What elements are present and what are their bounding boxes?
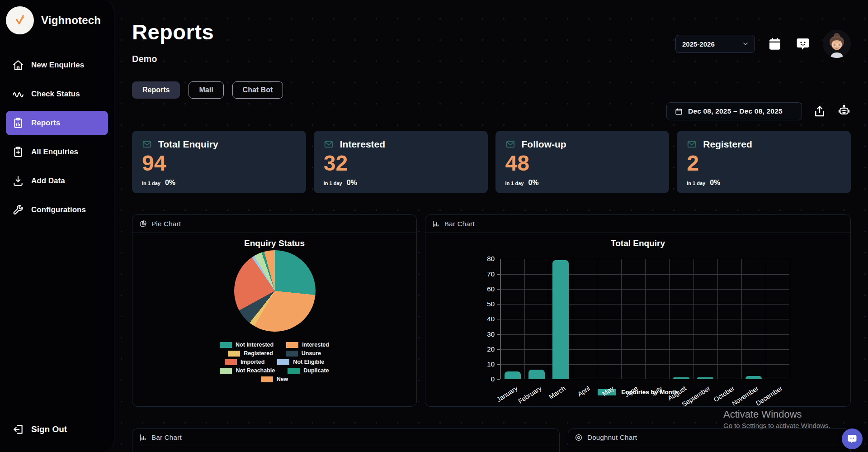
- doughnut-chart-card: Doughnut Chart Reference: [568, 428, 851, 452]
- stat-value: 2: [687, 152, 841, 174]
- tab-chat-bot[interactable]: Chat Bot: [232, 81, 283, 99]
- stat-change: 0%: [528, 179, 538, 187]
- y-axis-tick-label: 80: [478, 255, 495, 262]
- gridline: [741, 259, 742, 379]
- envelope-icon: [505, 139, 515, 149]
- pie-chart-icon: [139, 220, 147, 228]
- sign-out-button[interactable]: Sign Out: [0, 419, 114, 439]
- stat-change: 0%: [165, 179, 175, 187]
- stat-card-interested: Interested32In 1 day0%: [314, 131, 488, 193]
- stat-value: 48: [505, 152, 660, 174]
- sign-out-label: Sign Out: [31, 424, 67, 434]
- pie-legend-item-not-interested[interactable]: Not Interested: [220, 342, 274, 348]
- chat-button[interactable]: [795, 36, 811, 52]
- y-axis-tick-label: 40: [478, 315, 495, 323]
- pie-legend-item-imported[interactable]: Imported: [225, 359, 264, 365]
- chat-bubble-icon: [847, 433, 858, 444]
- pie-legend-item-not-reachable[interactable]: Not Reachable: [220, 367, 275, 374]
- y-axis-tick: [497, 304, 500, 305]
- gridline: [573, 259, 573, 379]
- sidebar-item-configurations[interactable]: Configurations: [6, 198, 108, 222]
- legend-label: New: [277, 376, 288, 382]
- sidebar-item-add-data[interactable]: Add Data: [6, 169, 108, 193]
- doughnut-chart-icon: [575, 433, 583, 442]
- clipboard-chart-icon: [12, 117, 24, 129]
- bar-chart-icon: [432, 220, 440, 228]
- legend-label: Not Interested: [236, 342, 274, 348]
- bar-chart-area: Enquiries by Month 01020304050607080Janu…: [425, 233, 850, 407]
- bar-card-kind: Bar Chart: [444, 220, 475, 228]
- share-upload-icon: [813, 105, 826, 118]
- pie-legend: Not InterestedInterestedRegisteredUnsure…: [132, 342, 416, 382]
- envelope-icon: [687, 139, 697, 149]
- header-row: Reports Demo 2025-2026: [132, 21, 851, 64]
- stat-title: Interested: [340, 139, 385, 150]
- bar-august: [673, 377, 689, 379]
- legend-swatch: [288, 368, 300, 374]
- legend-swatch: [220, 368, 232, 374]
- gridline: [693, 259, 694, 379]
- date-range-picker[interactable]: Dec 08, 2025 – Dec 08, 2025: [666, 102, 802, 120]
- sidebar-item-new-enquiries[interactable]: New Enquiries: [6, 53, 108, 77]
- page-title: Reports: [132, 21, 214, 43]
- wrench-icon: [12, 204, 24, 216]
- reports-dashboard: { "app": { "brand": "Vighnotech" }, "sid…: [0, 0, 868, 452]
- envelope-icon: [324, 139, 334, 149]
- y-axis-tick: [497, 349, 500, 350]
- pie-legend-item-not-eligible[interactable]: Not Eligible: [277, 359, 324, 365]
- pie-legend-item-registered[interactable]: Registered: [228, 350, 273, 357]
- tab-mail[interactable]: Mail: [189, 81, 223, 99]
- legend-swatch: [225, 359, 237, 365]
- y-axis-tick: [497, 319, 500, 319]
- gridline: [766, 259, 766, 379]
- pie-legend-item-unsure[interactable]: Unsure: [286, 350, 321, 357]
- sidebar: Vighnotech New EnquiriesCheck StatusRepo…: [0, 0, 114, 452]
- toolbar: Dec 08, 2025 – Dec 08, 2025: [132, 102, 851, 121]
- chat-smiley-icon: [796, 37, 810, 51]
- pie-legend-item-interested[interactable]: Interested: [286, 342, 329, 348]
- pie-chart-area: Not InterestedInterestedRegisteredUnsure…: [132, 233, 416, 407]
- y-axis-tick: [497, 334, 500, 335]
- gridline: [717, 259, 718, 379]
- stat-value: 94: [142, 152, 296, 174]
- stat-card-follow-up: Follow-up48In 1 day0%: [495, 131, 670, 193]
- pie-chart: [234, 250, 316, 332]
- pie-legend-item-duplicate[interactable]: Duplicate: [288, 367, 329, 374]
- legend-label: Not Eligible: [293, 359, 324, 365]
- chevron-down-icon: [742, 40, 749, 48]
- pie-legend-row: New: [261, 376, 288, 382]
- main-content: Reports Demo 2025-2026: [114, 0, 868, 452]
- bar-plot: [500, 259, 789, 379]
- envelope-icon: [142, 139, 152, 149]
- calendar-button[interactable]: [767, 36, 783, 52]
- y-axis-tick: [497, 274, 500, 275]
- user-avatar[interactable]: [823, 30, 851, 58]
- tab-reports[interactable]: Reports: [132, 81, 180, 99]
- sidebar-item-reports[interactable]: Reports: [6, 111, 108, 135]
- pie-chart-card: Pie Chart Enquiry Status Not InterestedI…: [132, 214, 417, 407]
- export-button[interactable]: [813, 105, 826, 118]
- sidebar-item-label: New Enquiries: [31, 61, 84, 70]
- gridline: [621, 259, 622, 379]
- home-icon: [12, 59, 24, 71]
- y-axis-tick-label: 60: [478, 285, 495, 293]
- sidebar-item-label: Check Status: [31, 90, 80, 99]
- pie-legend-item-new[interactable]: New: [261, 376, 288, 382]
- gridline: [500, 259, 501, 379]
- year-select[interactable]: 2025-2026: [675, 35, 755, 53]
- sign-out-icon: [12, 423, 24, 435]
- x-axis-label: May: [601, 385, 615, 397]
- y-axis-tick-label: 0: [478, 375, 495, 383]
- bot-button[interactable]: [837, 105, 851, 118]
- legend-label: Interested: [302, 342, 329, 348]
- download-icon: [12, 175, 24, 187]
- chat-fab-button[interactable]: [842, 428, 863, 449]
- legend-label: Duplicate: [303, 367, 329, 374]
- sidebar-item-all-enquiries[interactable]: All Enquiries: [6, 140, 108, 164]
- sidebar-item-check-status[interactable]: Check Status: [6, 82, 108, 106]
- gridline: [597, 259, 597, 379]
- gridline: [790, 259, 790, 379]
- stat-title: Registered: [703, 139, 752, 150]
- bar-march: [552, 260, 569, 379]
- date-range-text: Dec 08, 2025 – Dec 08, 2025: [688, 107, 783, 115]
